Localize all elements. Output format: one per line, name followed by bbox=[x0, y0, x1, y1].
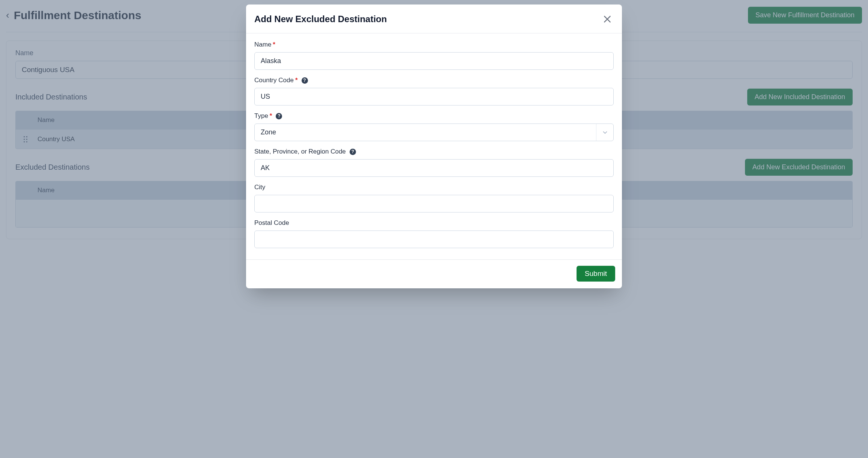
chevron-down-icon bbox=[596, 124, 613, 141]
modal-name-input[interactable] bbox=[254, 52, 614, 70]
modal-region-code-label: State, Province, or Region Code ? bbox=[254, 148, 614, 155]
modal-name-label: Name* bbox=[254, 41, 614, 48]
close-button[interactable] bbox=[601, 13, 614, 26]
modal-type-value: Zone bbox=[255, 124, 596, 141]
help-icon[interactable]: ? bbox=[276, 113, 282, 119]
modal-title: Add New Excluded Destination bbox=[254, 14, 387, 24]
add-excluded-destination-modal: Add New Excluded Destination Name* Count… bbox=[246, 5, 622, 288]
modal-postal-code-label: Postal Code bbox=[254, 219, 614, 227]
modal-postal-code-input[interactable] bbox=[254, 231, 614, 248]
required-star: * bbox=[295, 77, 298, 84]
modal-country-code-input[interactable] bbox=[254, 88, 614, 105]
modal-type-select[interactable]: Zone bbox=[254, 124, 614, 141]
modal-type-label: Type* ? bbox=[254, 112, 614, 120]
modal-footer: Submit bbox=[246, 259, 622, 288]
required-star: * bbox=[273, 41, 275, 48]
help-icon[interactable]: ? bbox=[302, 77, 308, 84]
required-star: * bbox=[270, 112, 272, 120]
modal-body: Name* Country Code* ? Type* ? Zone bbox=[246, 33, 622, 259]
modal-country-code-label: Country Code* ? bbox=[254, 77, 614, 84]
close-icon bbox=[602, 14, 612, 24]
submit-button[interactable]: Submit bbox=[577, 266, 615, 282]
modal-header: Add New Excluded Destination bbox=[246, 5, 622, 33]
modal-city-label: City bbox=[254, 184, 614, 191]
modal-region-code-input[interactable] bbox=[254, 159, 614, 177]
modal-city-input[interactable] bbox=[254, 195, 614, 212]
help-icon[interactable]: ? bbox=[350, 149, 356, 155]
